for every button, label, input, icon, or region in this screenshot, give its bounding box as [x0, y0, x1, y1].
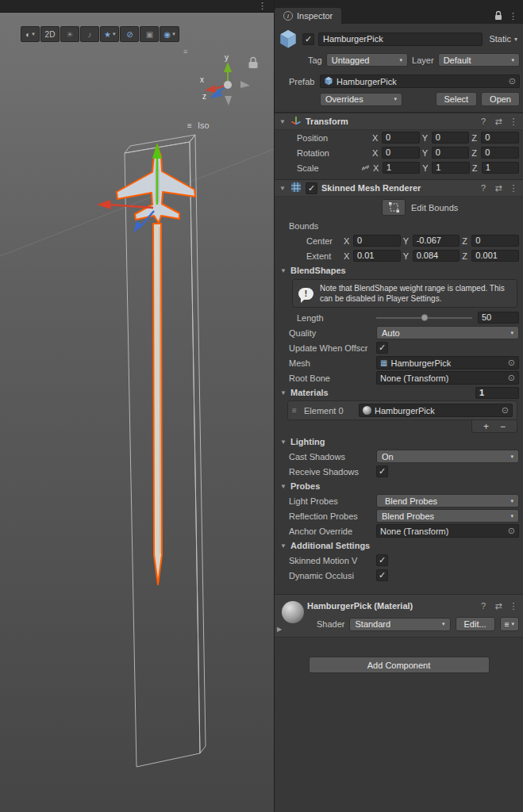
rotation-z-field[interactable]: 0 [481, 147, 519, 159]
additional-settings-foldout[interactable]: ▼ Additional Settings [275, 538, 523, 553]
extent-y-field[interactable]: 0.084 [413, 250, 460, 262]
tab-inspector[interactable]: i Inspector [275, 8, 341, 24]
toggle-2d-button[interactable]: 2D [40, 26, 60, 42]
transform-header[interactable]: ▼ Transform ? ⇄ ⋮ [275, 113, 523, 130]
drag-handle-icon[interactable]: ≡ [292, 406, 302, 415]
blendshapes-foldout[interactable]: ▼ BlendShapes [275, 263, 523, 278]
edit-bounds-button[interactable] [382, 199, 406, 216]
tag-dropdown[interactable]: Untagged ▾ [326, 53, 408, 67]
extent-x-field[interactable]: 0.01 [353, 250, 401, 262]
scene-effects-button[interactable]: ★ ▾ [100, 26, 119, 42]
smr-header[interactable]: ▼ ✓ Skinned Mesh Renderer ? ⇄ ⋮ [275, 179, 523, 197]
active-checkbox[interactable]: ✓ [302, 33, 314, 45]
presets-icon[interactable]: ⇄ [493, 117, 504, 127]
receive-shadows-checkbox[interactable]: ✓ [376, 465, 388, 477]
foldout-icon[interactable]: ▼ [279, 389, 287, 396]
skinned-motion-checkbox[interactable]: ✓ [376, 554, 388, 566]
name-field[interactable]: HamburgerPick [318, 33, 483, 46]
probes-foldout[interactable]: ▼ Probes [275, 479, 523, 493]
component-menu-icon[interactable]: ⋮ [508, 117, 519, 127]
extent-z-field[interactable]: 0.001 [471, 250, 519, 262]
length-slider[interactable] [376, 312, 472, 324]
object-picker-icon[interactable]: ⊙ [502, 406, 509, 415]
foldout-icon[interactable]: ▼ [279, 483, 287, 490]
add-component-button[interactable]: Add Component [309, 657, 490, 673]
help-icon[interactable]: ? [478, 117, 489, 126]
rotation-y-field[interactable]: 0 [432, 147, 470, 159]
prefab-field[interactable]: HamburgerPick ⊙ [320, 75, 520, 88]
overlays-menu-icon[interactable]: ≡ [183, 48, 187, 56]
material-options-button[interactable]: ≡ ▾ [500, 617, 519, 631]
presets-icon[interactable]: ⇄ [493, 601, 504, 611]
foldout-icon[interactable]: ▼ [279, 542, 287, 550]
scene-viewport[interactable]: y x z ≡ ≡ Iso [0, 0, 274, 812]
edit-shader-button[interactable]: Edit... [456, 617, 495, 631]
position-z-field[interactable]: 0 [481, 132, 519, 144]
quality-dropdown[interactable]: Auto ▾ [376, 326, 519, 339]
scene-camera-button[interactable]: ▣ [140, 26, 159, 42]
help-icon[interactable]: ? [478, 601, 489, 611]
remove-material-button[interactable]: − [500, 422, 506, 431]
view-menu-icon[interactable]: ≡ [187, 121, 192, 130]
object-picker-icon[interactable]: ⊙ [508, 527, 515, 535]
mesh-field[interactable]: ▦ HamburgerPick ⊙ [376, 356, 519, 370]
object-picker-icon[interactable]: ⊙ [509, 77, 516, 86]
update-offscreen-checkbox[interactable]: ✓ [376, 342, 388, 354]
object-picker-icon[interactable]: ⊙ [508, 373, 515, 382]
inspector-menu-icon[interactable]: ⋮ [509, 12, 517, 21]
add-material-button[interactable]: + [483, 422, 489, 431]
scene-audio-button[interactable]: ♪ [80, 26, 99, 42]
foldout-icon[interactable]: ▼ [279, 118, 286, 125]
gizmos-dropdown-button[interactable]: ◉ ▾ [160, 26, 179, 42]
dynamic-occlusion-checkbox[interactable]: ✓ [376, 569, 388, 581]
layer-dropdown[interactable]: Default ▾ [438, 53, 520, 67]
view-mode-label[interactable]: ≡ Iso [187, 121, 210, 130]
length-value-field[interactable]: 50 [478, 312, 519, 324]
scale-y-field[interactable]: 1 [432, 162, 469, 174]
materials-foldout[interactable]: ▼ Materials 1 [275, 385, 523, 400]
material-element-row[interactable]: ≡ Element 0 HamburgerPick ⊙ [290, 403, 514, 418]
scale-link-icon[interactable] [361, 163, 371, 172]
scale-z-field[interactable]: 1 [482, 162, 519, 174]
open-button[interactable]: Open [481, 92, 520, 106]
center-z-field[interactable]: 0 [471, 235, 519, 247]
center-y-field[interactable]: -0.067 [413, 235, 460, 247]
center-x-field[interactable]: 0 [353, 235, 401, 247]
scene-visibility-button[interactable]: ⊘ [120, 26, 139, 42]
light-probes-dropdown[interactable]: Blend Probes ▾ [376, 494, 519, 508]
material-menu-icon[interactable]: ⋮ [508, 601, 519, 611]
pick-stick-mesh[interactable] [153, 224, 162, 584]
scene-lighting-button[interactable]: ☀ [60, 26, 79, 42]
scene-menu-icon[interactable]: ⋮ [258, 2, 267, 10]
foldout-icon[interactable]: ▼ [279, 439, 287, 446]
component-enabled-checkbox[interactable]: ✓ [306, 182, 317, 194]
static-dropdown[interactable]: Static ▾ [486, 34, 520, 44]
object-picker-icon[interactable]: ⊙ [508, 358, 515, 367]
cast-shadows-dropdown[interactable]: On ▾ [376, 450, 519, 463]
select-button[interactable]: Select [436, 92, 478, 106]
help-icon[interactable]: ? [478, 183, 489, 193]
materials-size-field[interactable]: 1 [475, 387, 519, 399]
draw-mode-button[interactable]: ◐ ▾ [21, 26, 40, 42]
overrides-dropdown[interactable]: Overrides ▾ [320, 93, 402, 106]
component-menu-icon[interactable]: ⋮ [508, 183, 519, 193]
gizmo-center-ball[interactable] [224, 81, 232, 89]
slider-handle[interactable] [421, 314, 428, 321]
root-bone-field[interactable]: None (Transform) ⊙ [376, 371, 519, 385]
lighting-foldout[interactable]: ▼ Lighting [275, 435, 523, 449]
lock-icon[interactable] [494, 10, 503, 21]
position-y-field[interactable]: 0 [432, 132, 470, 144]
rotation-x-field[interactable]: 0 [382, 147, 420, 159]
foldout-icon[interactable]: ▼ [279, 267, 287, 274]
shader-dropdown[interactable]: Standard ▾ [349, 618, 450, 631]
presets-icon[interactable]: ⇄ [493, 183, 504, 193]
foldout-icon[interactable]: ▼ [279, 185, 286, 192]
reflection-probes-dropdown[interactable]: Blend Probes ▾ [376, 509, 519, 523]
material-preview-sphere[interactable] [282, 601, 304, 623]
anchor-override-field[interactable]: None (Transform) ⊙ [376, 524, 519, 538]
material-foldout-icon[interactable]: ▶ [277, 626, 282, 633]
scale-x-field[interactable]: 1 [383, 162, 420, 174]
element0-field[interactable]: HamburgerPick ⊙ [359, 404, 513, 417]
position-x-field[interactable]: 0 [382, 132, 420, 144]
projection-mode-label[interactable]: Iso [198, 121, 210, 130]
